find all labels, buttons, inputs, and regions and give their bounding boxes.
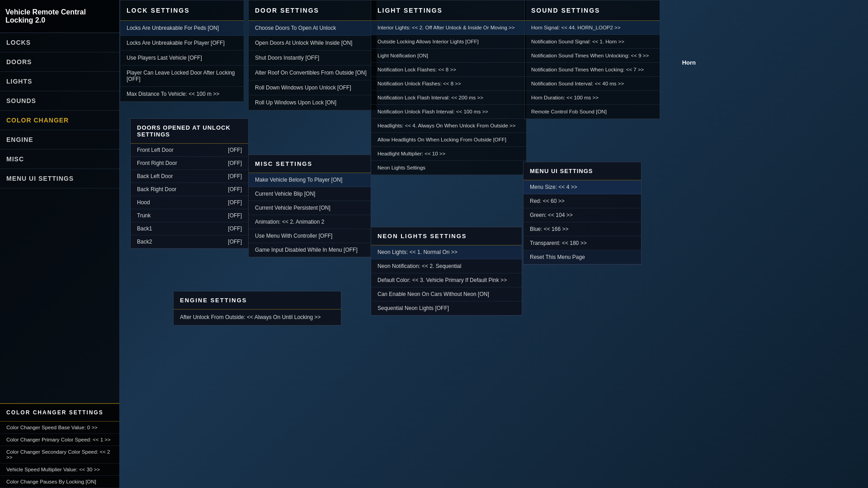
du-item-0[interactable]: Front Left Door[OFF] (131, 144, 248, 157)
color-changer-settings-panel: COLOR CHANGER SETTINGS Color Changer Spe… (0, 403, 119, 488)
light-item-1[interactable]: Outside Locking Allows Interior Lights [… (371, 35, 526, 49)
menu-ui-item-1[interactable]: Red: << 60 >> (524, 194, 641, 208)
sound-item-1[interactable]: Notification Sound Signal: << 1. Horn >> (525, 35, 660, 49)
cc-item-3[interactable]: Vehicle Speed Multiplier Value: << 30 >> (0, 464, 119, 476)
misc-item-5[interactable]: Game Input Disabled While In Menu [OFF] (249, 243, 371, 257)
lock-item-2[interactable]: Use Players Last Vehicle [OFF] (120, 51, 244, 66)
neon-settings-title: NEON LIGHTS SETTINGS (371, 227, 522, 245)
lock-item-0[interactable]: Locks Are Unbreakable For Peds [ON] (120, 21, 244, 36)
door-item-2[interactable]: Shut Doors Instantly [OFF] (249, 51, 377, 66)
light-item-5[interactable]: Notification Lock Flash Interval: << 200… (371, 91, 526, 105)
sidebar-item-sounds[interactable]: SOUNDS (0, 91, 119, 111)
menu-ui-item-4[interactable]: Transparent: << 180 >> (524, 236, 641, 250)
misc-item-3[interactable]: Animation: << 2. Animation 2 (249, 215, 371, 229)
neon-lights-panel: NEON LIGHTS SETTINGS Neon Lights: << 1. … (371, 227, 522, 316)
neon-item-1[interactable]: Neon Notification: << 2. Sequential (371, 259, 522, 273)
light-item-9[interactable]: Headlight Multiplier: << 10 >> (371, 147, 526, 161)
horn-label: Horn (682, 59, 696, 66)
sidebar-item-doors[interactable]: DOORS (0, 52, 119, 72)
engine-settings-title: ENGINE SETTINGS (174, 291, 341, 310)
light-item-10[interactable]: Neon Lights Settings (371, 161, 526, 175)
light-item-7[interactable]: Headlights: << 4. Always On When Unlock … (371, 119, 526, 133)
door-settings-title: DOOR SETTINGS (249, 0, 377, 21)
light-item-6[interactable]: Notification Unlock Flash Interval: << 1… (371, 105, 526, 119)
neon-item-2[interactable]: Default Color: << 3. Vehicle Primary If … (371, 273, 522, 287)
menu-ui-title: MENU UI SETTINGS (524, 162, 641, 180)
app-title: Vehicle Remote Central Locking 2.0 (0, 0, 119, 33)
menu-ui-item-0[interactable]: Menu Size: << 4 >> (524, 180, 641, 194)
door-item-1[interactable]: Open Doors At Unlock While Inside [ON] (249, 36, 377, 51)
du-item-5[interactable]: Trunk[OFF] (131, 209, 248, 222)
misc-item-2[interactable]: Current Vehicle Persistent [ON] (249, 201, 371, 215)
misc-settings-panel: MISC SETTINGS Make Vehicle Belong To Pla… (248, 155, 371, 258)
sidebar-item-color-changer[interactable]: COLOR CHANGER (0, 111, 119, 130)
menu-ui-item-3[interactable]: Blue: << 166 >> (524, 222, 641, 236)
sidebar-item-menu-ui[interactable]: MENU UI SETTINGS (0, 169, 119, 188)
door-item-4[interactable]: Roll Down Windows Upon Unlock [OFF] (249, 80, 377, 95)
door-settings-panel: DOOR SETTINGS Choose Doors To Open At Un… (248, 0, 377, 111)
neon-item-3[interactable]: Can Enable Neon On Cars Without Neon [ON… (371, 287, 522, 301)
doors-unlock-panel: DOORS OPENED AT UNLOCK SETTINGS Front Le… (130, 118, 249, 249)
sound-item-3[interactable]: Notification Sound Times When Locking: <… (525, 63, 660, 77)
light-item-8[interactable]: Allow Headlights On When Locking From Ou… (371, 133, 526, 147)
sound-item-0[interactable]: Horn Signal: << 44. HORN_LOOP2 >> (525, 21, 660, 35)
sound-settings-panel: SOUND SETTINGS Horn Signal: << 44. HORN_… (524, 0, 660, 119)
menu-ui-item-2[interactable]: Green: << 104 >> (524, 208, 641, 222)
color-changer-settings-title: COLOR CHANGER SETTINGS (0, 404, 119, 422)
cc-item-4[interactable]: Color Change Pauses By Locking [ON] (0, 476, 119, 488)
door-item-5[interactable]: Roll Up Windows Upon Lock [ON] (249, 95, 377, 110)
light-item-0[interactable]: Interior Lights: << 2. Off After Unlock … (371, 21, 526, 35)
misc-settings-title: MISC SETTINGS (249, 155, 371, 173)
door-item-0[interactable]: Choose Doors To Open At Unlock (249, 21, 377, 36)
light-item-3[interactable]: Notification Lock Flashes: << 8 >> (371, 63, 526, 77)
cc-item-2[interactable]: Color Changer Secondary Color Speed: << … (0, 446, 119, 464)
misc-item-4[interactable]: Use Menu With Controller [OFF] (249, 229, 371, 243)
sound-item-4[interactable]: Notification Sound Interval: << 40 ms >> (525, 77, 660, 91)
door-item-3[interactable]: Alter Roof On Convertibles From Outside … (249, 66, 377, 80)
light-settings-panel: LIGHT SETTINGS Interior Lights: << 2. Of… (371, 0, 527, 175)
light-item-4[interactable]: Notification Unlock Flashes: << 8 >> (371, 77, 526, 91)
sidebar-item-lights[interactable]: LIGHTS (0, 72, 119, 91)
sound-settings-title: SOUND SETTINGS (525, 0, 660, 21)
sound-item-5[interactable]: Horn Duration: << 100 ms >> (525, 91, 660, 105)
du-item-7[interactable]: Back2[OFF] (131, 235, 248, 249)
lock-item-1[interactable]: Locks Are Unbreakable For Player [OFF] (120, 36, 244, 51)
lock-settings-panel: LOCK SETTINGS Locks Are Unbreakable For … (120, 0, 244, 102)
engine-item-0[interactable]: After Unlock From Outside: << Always On … (174, 310, 341, 325)
neon-item-0[interactable]: Neon Lights: << 1. Normal On >> (371, 245, 522, 259)
sound-item-6[interactable]: Remote Control Fob Sound [ON] (525, 105, 660, 119)
sidebar-item-misc[interactable]: MISC (0, 150, 119, 169)
neon-item-4[interactable]: Sequential Neon Lights [OFF] (371, 301, 522, 315)
sidebar-item-engine[interactable]: ENGINE (0, 130, 119, 150)
engine-settings-panel: ENGINE SETTINGS After Unlock From Outsid… (173, 291, 341, 326)
lock-item-4[interactable]: Max Distance To Vehicle: << 100 m >> (120, 87, 244, 102)
du-item-2[interactable]: Back Left Door[OFF] (131, 170, 248, 183)
du-item-3[interactable]: Back Right Door[OFF] (131, 183, 248, 196)
du-item-6[interactable]: Back1[OFF] (131, 222, 248, 235)
sound-item-2[interactable]: Notification Sound Times When Unlocking:… (525, 49, 660, 63)
du-item-4[interactable]: Hood[OFF] (131, 196, 248, 209)
sidebar: Vehicle Remote Central Locking 2.0 LOCKS… (0, 0, 120, 488)
light-settings-title: LIGHT SETTINGS (371, 0, 526, 21)
misc-item-0[interactable]: Make Vehicle Belong To Player [ON] (249, 173, 371, 187)
cc-item-1[interactable]: Color Changer Primary Color Speed: << 1 … (0, 434, 119, 446)
menu-ui-panel: MENU UI SETTINGS Menu Size: << 4 >> Red:… (523, 162, 642, 265)
light-item-2[interactable]: Light Notification [ON] (371, 49, 526, 63)
cc-item-0[interactable]: Color Changer Speed Base Value: 0 >> (0, 422, 119, 434)
du-item-1[interactable]: Front Right Door[OFF] (131, 157, 248, 170)
doors-unlock-title: DOORS OPENED AT UNLOCK SETTINGS (131, 119, 248, 144)
sidebar-item-locks[interactable]: LOCKS (0, 33, 119, 52)
lock-item-3[interactable]: Player Can Leave Locked Door After Locki… (120, 66, 244, 87)
lock-settings-title: LOCK SETTINGS (120, 0, 244, 21)
menu-ui-item-5[interactable]: Reset This Menu Page (524, 250, 641, 264)
misc-item-1[interactable]: Current Vehicle Blip [ON] (249, 187, 371, 201)
